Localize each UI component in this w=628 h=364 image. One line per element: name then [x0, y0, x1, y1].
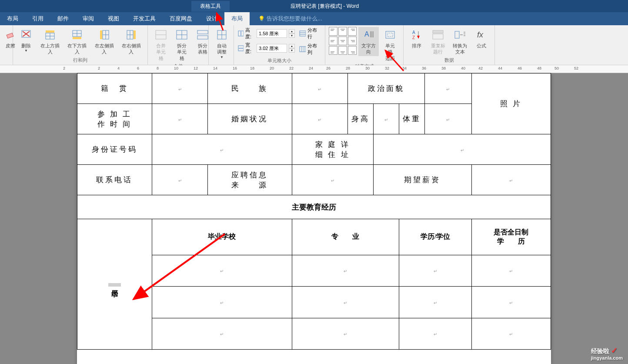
cell-worktime[interactable]: 参 加 工 作 时 间: [77, 104, 152, 134]
cell-empty[interactable]: ↵: [471, 318, 551, 349]
cell-empty[interactable]: ↵: [292, 73, 348, 104]
align-top-left[interactable]: [329, 27, 337, 36]
cell-empty[interactable]: ↵: [471, 165, 551, 195]
insert-right-button[interactable]: 在右侧插入: [119, 27, 144, 56]
cell-major[interactable]: 专 业: [292, 219, 399, 255]
width-up[interactable]: ▲: [289, 44, 295, 48]
table-row[interactable]: 联系电话 ↵ 应聘信息 来 源 ↵ 期望薪资 ↵: [77, 165, 551, 195]
table-row[interactable]: 学习经历 毕业学校 专 业 学历/学位 是否全日制 学 历: [77, 219, 551, 255]
menu-review[interactable]: 审阅: [76, 12, 101, 25]
cell-empty[interactable]: ↵: [152, 104, 208, 134]
align-top-right[interactable]: [348, 27, 357, 36]
cell-height[interactable]: 身高: [348, 104, 374, 134]
cell-degree[interactable]: 学历/学位: [399, 219, 471, 255]
page[interactable]: 籍 贯 ↵ 民 族 ↵ 政治面貌 ↵ 照 片 参 加 工 作 时 间 ↵ 婚姻状…: [77, 73, 551, 364]
merge-cells-button[interactable]: 合并 单元格: [151, 27, 170, 62]
cell-empty[interactable]: ↵: [292, 318, 399, 349]
cell-margins-button[interactable]: 单元格 边距: [381, 27, 400, 62]
cell-empty[interactable]: ↵: [152, 134, 292, 165]
cell-empty[interactable]: ↵: [471, 287, 551, 318]
repeat-header-button[interactable]: 重复标题行: [428, 27, 448, 56]
cell-empty[interactable]: ↵: [152, 287, 292, 318]
align-bot-left[interactable]: [329, 46, 337, 55]
cell-minzu[interactable]: 民 族: [208, 73, 292, 104]
cell-empty[interactable]: ↵: [292, 255, 399, 286]
table-row[interactable]: 主要教育经历: [77, 195, 551, 219]
cell-address[interactable]: 家 庭 详 细 住 址: [292, 134, 374, 165]
table-row[interactable]: 身份证号码 ↵ 家 庭 详 细 住 址 ↵: [77, 134, 551, 165]
cell-empty[interactable]: ↵: [152, 318, 292, 349]
cell-empty[interactable]: ↵: [374, 134, 551, 165]
cell-empty[interactable]: ↵: [152, 73, 208, 104]
cell-phone[interactable]: 联系电话: [77, 165, 152, 195]
height-up[interactable]: ▲: [289, 29, 295, 33]
form-table[interactable]: 籍 贯 ↵ 民 族 ↵ 政治面貌 ↵ 照 片 参 加 工 作 时 间 ↵ 婚姻状…: [77, 73, 551, 350]
cell-zhengzhi[interactable]: 政治面貌: [348, 73, 425, 104]
document-area[interactable]: 籍 贯 ↵ 民 族 ↵ 政治面貌 ↵ 照 片 参 加 工 作 时 间 ↵ 婚姻状…: [0, 73, 628, 364]
cell-source[interactable]: 应聘信息 来 源: [208, 165, 292, 195]
cell-empty[interactable]: ↵: [425, 104, 471, 134]
cell-jiguan[interactable]: 籍 贯: [77, 73, 152, 104]
sort-icon: AZ: [410, 28, 424, 42]
cell-edu-header[interactable]: 主要教育经历: [77, 195, 551, 219]
menu-references[interactable]: 引用: [25, 12, 50, 25]
cell-empty[interactable]: ↵: [374, 104, 399, 134]
insert-above-button[interactable]: 在上方插入: [37, 27, 63, 56]
align-bot-right[interactable]: [348, 46, 357, 55]
insert-left-icon: [97, 28, 111, 42]
align-mid-left[interactable]: [329, 37, 337, 45]
menu-design[interactable]: 设计: [199, 12, 224, 25]
insert-below-icon: [70, 28, 84, 42]
distribute-cols-button[interactable]: 分布列: [299, 43, 321, 56]
formula-button[interactable]: fx 公式: [472, 27, 491, 50]
cell-empty[interactable]: ↵: [152, 165, 208, 195]
convert-button[interactable]: 转换为文本: [450, 27, 471, 56]
width-down[interactable]: ▼: [289, 48, 295, 53]
cell-idcard[interactable]: 身份证号码: [77, 134, 152, 165]
delete-icon: [19, 28, 33, 42]
table-row[interactable]: 籍 贯 ↵ 民 族 ↵ 政治面貌 ↵ 照 片: [77, 73, 551, 104]
height-input[interactable]: [257, 29, 287, 38]
distribute-rows-button[interactable]: 分布行: [299, 27, 321, 40]
align-mid-center[interactable]: [338, 37, 347, 45]
delete-button[interactable]: 删除 ▼: [17, 27, 36, 53]
cell-photo[interactable]: 照 片: [471, 73, 551, 134]
cell-empty[interactable]: ↵: [292, 165, 374, 195]
sort-button[interactable]: AZ 排序: [407, 27, 426, 50]
cell-empty[interactable]: ↵: [152, 255, 292, 286]
horizontal-ruler[interactable]: 2 2 4 6 8 10 12 14 16 18 20 22 24 26 28 …: [0, 65, 628, 73]
width-input[interactable]: [257, 44, 287, 53]
insert-below-button[interactable]: 在下方插入: [64, 27, 90, 56]
cell-fulltime[interactable]: 是否全日制 学 历: [471, 219, 551, 255]
cell-marriage[interactable]: 婚姻状况: [208, 104, 292, 134]
insert-left-button[interactable]: 在左侧插入: [92, 27, 117, 56]
menu-layout[interactable]: 布局: [0, 12, 25, 25]
cell-study-exp[interactable]: 学习经历: [77, 219, 152, 350]
cell-empty[interactable]: ↵: [399, 255, 471, 286]
svg-rect-27: [197, 30, 208, 34]
cell-school[interactable]: 毕业学校: [152, 219, 292, 255]
split-cells-button[interactable]: 拆分 单元格: [172, 27, 191, 62]
menu-mailings[interactable]: 邮件: [50, 12, 76, 25]
cell-empty[interactable]: ↵: [292, 104, 348, 134]
menu-baidu[interactable]: 百度网盘: [163, 12, 199, 25]
menu-view[interactable]: 视图: [101, 12, 126, 25]
autofit-button[interactable]: 自动调整 ▼: [212, 27, 231, 60]
cell-weight[interactable]: 体重: [399, 104, 425, 134]
cell-empty[interactable]: ↵: [292, 287, 399, 318]
height-down[interactable]: ▼: [289, 33, 295, 38]
align-top-center[interactable]: [338, 27, 347, 36]
title-bar: 表格工具 应聘登记表 [兼容模式] - Word: [0, 0, 628, 12]
align-bot-center[interactable]: [338, 46, 347, 55]
menu-developer[interactable]: 开发工具: [126, 12, 163, 25]
align-mid-right[interactable]: [348, 37, 357, 45]
tell-me-search[interactable]: 💡 告诉我您想要做什么...: [258, 15, 322, 23]
cell-empty[interactable]: ↵: [399, 318, 471, 349]
cell-empty[interactable]: ↵: [425, 73, 471, 104]
width-icon: [237, 45, 244, 52]
cell-empty[interactable]: ↵: [471, 255, 551, 286]
cell-empty[interactable]: ↵: [399, 287, 471, 318]
cell-salary[interactable]: 期望薪资: [374, 165, 471, 195]
menu-table-layout[interactable]: 布局: [224, 12, 250, 25]
text-direction-button[interactable]: A 文字方向: [358, 27, 379, 56]
